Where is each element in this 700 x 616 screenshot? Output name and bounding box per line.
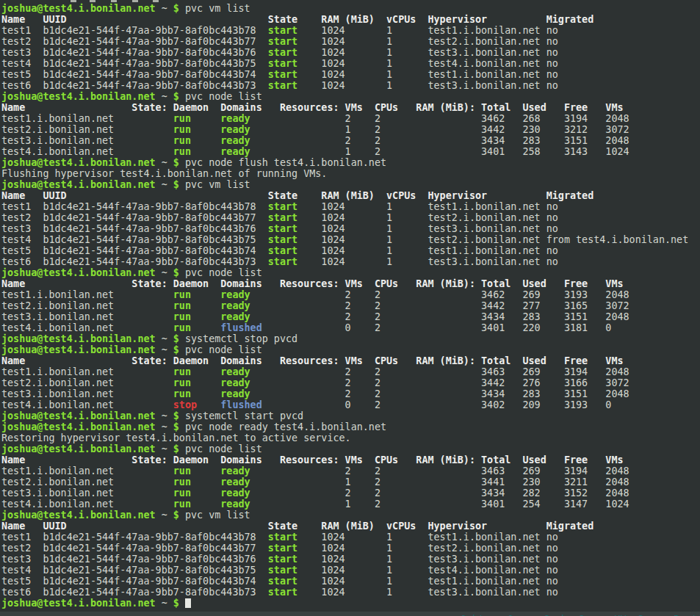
text-segment: ready: [191, 289, 250, 300]
text-segment: 3441: [380, 477, 505, 488]
text-segment: test1: [1, 25, 31, 36]
text-segment: RAM (MiB): [297, 521, 375, 532]
text-segment: test2.i.bonilan.net: [392, 543, 541, 554]
text-segment: b1dc4e21-544f-47aa-9bb7-8af0bc443b77: [31, 36, 256, 47]
text-segment: b1dc4e21-544f-47aa-9bb7-8af0bc443b78: [31, 25, 256, 36]
text-segment: test4.i.bonilan.net: [1, 322, 114, 333]
prompt-line: joshua@test4.i.bonilan.net ~ $ pvc node …: [1, 157, 699, 168]
text-segment: 2: [250, 366, 351, 377]
text-segment: test3.i.bonilan.net: [392, 587, 541, 598]
text-segment: 3193: [541, 289, 588, 300]
node-table-row: test2.i.bonilan.net run ready 2 2 3442 2…: [1, 377, 699, 388]
text-segment: UUID: [25, 190, 66, 201]
text-segment: 2: [351, 499, 380, 510]
text-segment: 0: [588, 399, 611, 410]
prompt-line: joshua@test4.i.bonilan.net ~ $ pvc node …: [1, 267, 699, 278]
text-segment: Domains: [209, 355, 262, 366]
text-segment: 1024: [297, 245, 345, 256]
text-segment: Free: [546, 454, 588, 465]
text-segment: stop: [114, 399, 197, 410]
text-segment: b1dc4e21-544f-47aa-9bb7-8af0bc443b73: [31, 80, 256, 91]
text-segment: 269: [505, 289, 540, 300]
text-segment: test2.i.bonilan.net: [1, 300, 114, 311]
text-segment: 2: [250, 311, 351, 322]
text-segment: test2.i.bonilan.net: [392, 212, 541, 223]
text-segment: ready: [191, 488, 250, 499]
prompt-cwd: ~: [156, 333, 173, 344]
text-segment: 230: [505, 477, 540, 488]
text-segment: Free: [546, 355, 588, 366]
command-text: pvc node list: [179, 91, 262, 102]
text-segment: test3.i.bonilan.net: [392, 47, 541, 58]
text-segment: test4.i.bonilan.net: [1, 499, 114, 510]
prompt-symbol: $: [173, 157, 179, 168]
text-segment: 1024: [297, 80, 345, 91]
prompt-cwd: ~: [156, 179, 173, 190]
prompt-user-host: joshua@test4.i.bonilan.net: [1, 598, 156, 609]
text-segment: Used: [510, 454, 546, 465]
text-segment: test4: [1, 565, 31, 576]
vm-table-row: test6 b1dc4e21-544f-47aa-9bb7-8af0bc443b…: [1, 256, 699, 267]
text-segment: ready: [191, 135, 250, 146]
text-segment: Daemon: [167, 278, 209, 289]
text-segment: 2048: [588, 311, 629, 322]
text-segment: Daemon: [167, 355, 209, 366]
prompt-cwd: ~: [156, 157, 173, 168]
text-segment: State:: [25, 355, 167, 366]
text-segment: test4.i.bonilan.net: [392, 58, 541, 69]
text-segment: b1dc4e21-544f-47aa-9bb7-8af0bc443b78: [31, 532, 256, 543]
vm-table-row: test4 b1dc4e21-544f-47aa-9bb7-8af0bc443b…: [1, 565, 699, 576]
text-segment: test5: [1, 576, 31, 587]
text-segment: 2048: [588, 388, 629, 399]
text-segment: Free: [546, 278, 588, 289]
text-segment: test2: [1, 36, 31, 47]
prompt-symbol: $: [173, 91, 179, 102]
text-segment: 2048: [588, 135, 629, 146]
text-segment: UUID: [25, 521, 66, 532]
text-segment: 209: [505, 399, 540, 410]
text-segment: 0: [262, 322, 351, 333]
vm-table-row: test5 b1dc4e21-544f-47aa-9bb7-8af0bc443b…: [1, 576, 699, 587]
text-segment: 1024: [297, 543, 345, 554]
text-segment: Name: [1, 102, 25, 113]
text-segment: ready: [191, 311, 250, 322]
text-segment: b1dc4e21-544f-47aa-9bb7-8af0bc443b76: [31, 47, 256, 58]
text-segment: 1: [250, 124, 351, 135]
text-segment: test5: [1, 69, 31, 80]
terminal[interactable]: joshua@test4.i.bonilan.net ~ $ pvc vm li…: [0, 0, 699, 612]
text-segment: 2: [250, 135, 351, 146]
node-table-row: test1.i.bonilan.net run ready 2 2 3463 2…: [1, 366, 699, 377]
text-segment: no: [541, 47, 558, 58]
text-segment: 1024: [297, 201, 345, 212]
text-segment: test2.i.bonilan.net: [392, 234, 541, 245]
text-segment: no: [541, 554, 558, 565]
text-segment: 3463: [380, 366, 505, 377]
text-segment: Resources:: [262, 355, 339, 366]
node-table-row: test2.i.bonilan.net run ready 1 2 3442 2…: [1, 124, 699, 135]
text-segment: test2.i.bonilan.net: [1, 477, 114, 488]
text-segment: test1: [1, 201, 31, 212]
text-segment: start: [256, 58, 297, 69]
text-segment: flushed: [197, 399, 262, 410]
text-segment: test3.i.bonilan.net: [392, 80, 541, 91]
text-segment: test3.i.bonilan.net: [392, 223, 541, 234]
text-segment: 2: [250, 465, 351, 477]
text-segment: 1024: [297, 532, 345, 543]
text-segment: test2: [1, 212, 31, 223]
text-segment: State:: [25, 454, 167, 465]
text-segment: UUID: [25, 14, 66, 25]
text-segment: no: [541, 80, 558, 91]
text-segment: 1024: [297, 576, 345, 587]
text-segment: ready: [191, 477, 250, 488]
text-segment: run: [114, 135, 191, 146]
text-segment: start: [256, 245, 297, 256]
text-segment: 220: [505, 322, 540, 333]
text-segment: 2: [351, 488, 380, 499]
node-table-header-row: Name State: Daemon Domains Resources: VM…: [1, 454, 699, 465]
prompt-symbol: $: [173, 3, 179, 14]
output-text: Flushing hypervisor test4.i.bonilan.net …: [1, 168, 327, 179]
node-table-row: test1.i.bonilan.net run ready 2 2 3463 2…: [1, 465, 699, 477]
text-segment: 268: [505, 113, 540, 124]
text-segment: 230: [505, 124, 540, 135]
text-segment: Free: [546, 102, 588, 113]
